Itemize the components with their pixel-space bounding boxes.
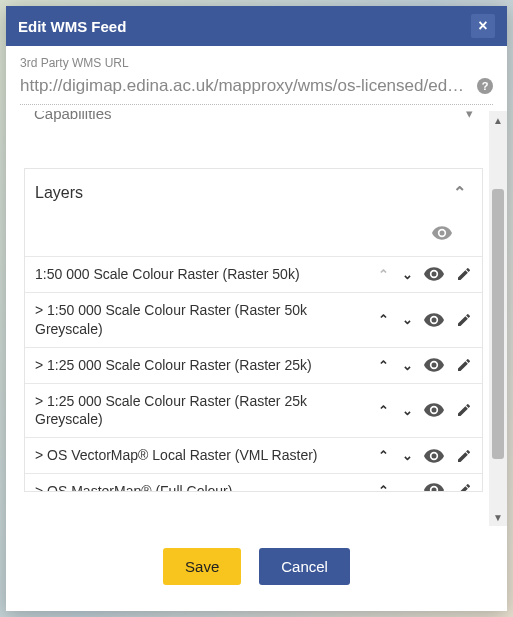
layers-panel: Layers ⌃ 1:50 000 Scale Colour Raster (R… bbox=[24, 168, 483, 492]
row-actions: ⌃⌄ bbox=[376, 312, 476, 328]
eye-icon[interactable] bbox=[432, 226, 452, 240]
wms-url-input[interactable] bbox=[20, 72, 473, 100]
scroll-thumb[interactable] bbox=[492, 189, 504, 459]
layer-row: > 1:50 000 Scale Colour Raster (Raster 5… bbox=[25, 292, 482, 347]
row-actions: ⌃⌄ bbox=[376, 266, 476, 282]
move-up-button[interactable]: ⌃ bbox=[376, 483, 390, 492]
move-up-button[interactable]: ⌃ bbox=[376, 312, 390, 327]
layers-title: Layers bbox=[35, 184, 83, 202]
layer-name: > 1:50 000 Scale Colour Raster (Raster 5… bbox=[35, 301, 376, 339]
layer-name: 1:50 000 Scale Colour Raster (Raster 50k… bbox=[35, 265, 376, 284]
help-icon[interactable]: ? bbox=[477, 78, 493, 94]
eye-icon[interactable] bbox=[424, 403, 444, 417]
eye-icon[interactable] bbox=[424, 313, 444, 327]
move-down-button[interactable]: ⌄ bbox=[400, 403, 414, 418]
scroll-area: Capabilities ▾ Layers ⌃ 1:50 000 Scale C… bbox=[6, 111, 507, 526]
layer-row: > 1:25 000 Scale Colour Raster (Raster 2… bbox=[25, 347, 482, 383]
row-actions: ⌃ ⌄ bbox=[376, 482, 476, 491]
move-down-button[interactable]: ⌄ bbox=[400, 267, 414, 282]
move-down-button[interactable]: ⌄ bbox=[400, 312, 414, 327]
layer-name: > OS MasterMap® (Full Colour) bbox=[35, 482, 376, 491]
row-actions: ⌃⌄ bbox=[376, 357, 476, 373]
url-label: 3rd Party WMS URL bbox=[20, 56, 493, 70]
pencil-icon[interactable] bbox=[454, 448, 474, 464]
layer-name: > 1:25 000 Scale Colour Raster (Raster 2… bbox=[35, 392, 376, 430]
dialog-title: Edit WMS Feed bbox=[18, 18, 126, 35]
edit-wms-dialog: Edit WMS Feed × 3rd Party WMS URL ? Capa… bbox=[6, 6, 507, 611]
dialog-footer: Save Cancel bbox=[6, 526, 507, 611]
close-button[interactable]: × bbox=[471, 14, 495, 38]
scrollbar[interactable]: ▲ ▼ bbox=[489, 111, 507, 526]
move-up-button[interactable]: ⌃ bbox=[376, 403, 390, 418]
save-button[interactable]: Save bbox=[163, 548, 241, 585]
chevron-up-icon: ⌃ bbox=[453, 183, 466, 202]
layer-row: > OS VectorMap® Local Raster (VML Raster… bbox=[25, 437, 482, 473]
move-down-button[interactable]: ⌄ bbox=[400, 483, 414, 492]
row-actions: ⌃⌄ bbox=[376, 448, 476, 464]
move-down-button[interactable]: ⌄ bbox=[400, 448, 414, 463]
cancel-button[interactable]: Cancel bbox=[259, 548, 350, 585]
move-up-button[interactable]: ⌃ bbox=[376, 448, 390, 463]
layer-name: > 1:25 000 Scale Colour Raster (Raster 2… bbox=[35, 356, 376, 375]
titlebar: Edit WMS Feed × bbox=[6, 6, 507, 46]
eye-icon[interactable] bbox=[424, 267, 444, 281]
pencil-icon[interactable] bbox=[454, 482, 474, 491]
layer-row-overflow: > OS MasterMap® (Full Colour) ⌃ ⌄ bbox=[25, 473, 482, 491]
scroll-up-button[interactable]: ▲ bbox=[489, 111, 507, 129]
layers-header[interactable]: Layers ⌃ bbox=[25, 169, 482, 226]
row-actions: ⌃⌄ bbox=[376, 402, 476, 418]
capabilities-row[interactable]: Capabilities ▾ bbox=[24, 111, 483, 128]
eye-icon[interactable] bbox=[424, 358, 444, 372]
chevron-down-icon: ▾ bbox=[466, 111, 473, 121]
dialog-body: 3rd Party WMS URL ? bbox=[6, 46, 507, 105]
pencil-icon[interactable] bbox=[454, 402, 474, 418]
move-down-button[interactable]: ⌄ bbox=[400, 358, 414, 373]
move-up-button[interactable]: ⌃ bbox=[376, 358, 390, 373]
scroll-content: Capabilities ▾ Layers ⌃ 1:50 000 Scale C… bbox=[6, 111, 489, 526]
pencil-icon[interactable] bbox=[454, 266, 474, 282]
pencil-icon[interactable] bbox=[454, 357, 474, 373]
url-input-row: ? bbox=[20, 72, 493, 105]
capabilities-label: Capabilities bbox=[34, 111, 112, 122]
scroll-down-button[interactable]: ▼ bbox=[489, 508, 507, 526]
close-icon: × bbox=[478, 18, 487, 34]
layer-row: 1:50 000 Scale Colour Raster (Raster 50k… bbox=[25, 256, 482, 292]
eye-icon[interactable] bbox=[424, 483, 444, 491]
scroll-track[interactable] bbox=[489, 129, 507, 508]
layer-list: 1:50 000 Scale Colour Raster (Raster 50k… bbox=[25, 256, 482, 473]
move-up-button: ⌃ bbox=[376, 267, 390, 282]
visibility-header bbox=[25, 226, 482, 256]
eye-icon[interactable] bbox=[424, 449, 444, 463]
layer-name: > OS VectorMap® Local Raster (VML Raster… bbox=[35, 446, 376, 465]
pencil-icon[interactable] bbox=[454, 312, 474, 328]
layer-row: > 1:25 000 Scale Colour Raster (Raster 2… bbox=[25, 383, 482, 438]
